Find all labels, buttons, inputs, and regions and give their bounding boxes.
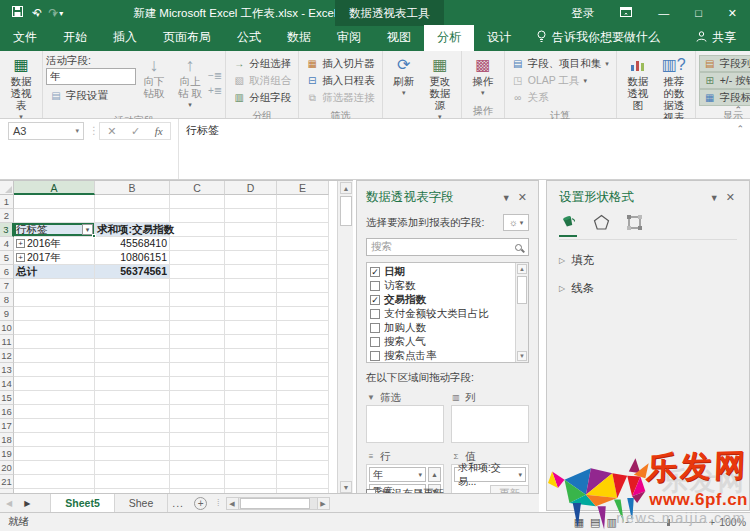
row-header-14[interactable]: 14	[0, 377, 14, 391]
filter-connections-button[interactable]: ⧉筛选器连接	[302, 89, 379, 106]
field-scroll-up-icon[interactable]: ▲	[517, 264, 527, 274]
fields-items-sets-button[interactable]: ▤字段、项目和集▾	[508, 55, 613, 72]
row-header-10[interactable]: 10	[0, 321, 14, 335]
effects-tab[interactable]	[593, 214, 610, 237]
cell-C19[interactable]	[170, 447, 225, 461]
cell-E20[interactable]	[277, 461, 329, 475]
cell-A12[interactable]	[14, 349, 95, 363]
cell-E21[interactable]	[277, 475, 329, 489]
field-checkbox[interactable]	[370, 323, 380, 333]
cell-A5[interactable]: +2017年	[14, 251, 95, 265]
change-data-source-button[interactable]: ▦ 更改 数据源▾	[422, 53, 458, 125]
name-box-dropdown-icon[interactable]: ▾	[75, 127, 79, 135]
insert-function-icon[interactable]: fx	[155, 125, 163, 137]
cell-D1[interactable]	[225, 195, 277, 209]
row-header-1[interactable]: 1	[0, 195, 14, 209]
insert-timeline-button[interactable]: ⊟插入日程表	[302, 72, 379, 89]
active-field-input[interactable]	[46, 68, 136, 85]
field-search-input[interactable]: 搜索	[366, 238, 529, 256]
row-header-20[interactable]: 20	[0, 461, 14, 475]
fill-handle[interactable]	[92, 234, 96, 238]
cell-B9[interactable]	[95, 307, 170, 321]
cell-B8[interactable]	[95, 293, 170, 307]
pivotchart-button[interactable]: 数据 透视图	[620, 53, 656, 125]
cell-D11[interactable]	[225, 335, 277, 349]
field-checkbox[interactable]	[370, 337, 380, 347]
cell-E9[interactable]	[277, 307, 329, 321]
cell-A19[interactable]	[14, 447, 95, 461]
ungroup-button[interactable]: ▧取消组合	[229, 72, 295, 89]
cell-A10[interactable]	[14, 321, 95, 335]
row-header-6[interactable]: 6	[0, 265, 14, 279]
sheet-tab-sheet5[interactable]: Sheet5	[50, 494, 114, 512]
cell-C20[interactable]	[170, 461, 225, 475]
column-header-D[interactable]: D	[225, 181, 277, 195]
relationships-button[interactable]: ∞关系	[508, 89, 613, 106]
cell-E16[interactable]	[277, 405, 329, 419]
collapse-field-icon[interactable]: +≣	[208, 85, 222, 96]
undo-icon[interactable]: ↶▾	[32, 6, 40, 20]
cell-B13[interactable]	[95, 363, 170, 377]
scroll-left-icon[interactable]: ◀	[226, 497, 239, 510]
tab-file[interactable]: 文件	[0, 25, 50, 51]
cell-C11[interactable]	[170, 335, 225, 349]
cell-C9[interactable]	[170, 307, 225, 321]
cell-A18[interactable]	[14, 433, 95, 447]
formula-bar-expand-icon[interactable]: ⌃	[736, 124, 744, 134]
new-sheet-icon[interactable]: +	[194, 497, 207, 510]
cell-A6[interactable]: 总计	[14, 265, 95, 279]
cell-D21[interactable]	[225, 475, 277, 489]
row-header-16[interactable]: 16	[0, 405, 14, 419]
tab-insert[interactable]: 插入	[100, 25, 150, 51]
cell-E3[interactable]	[277, 223, 329, 237]
cell-E17[interactable]	[277, 419, 329, 433]
scroll-down-icon[interactable]: ▼	[340, 481, 352, 493]
cell-E6[interactable]	[277, 265, 329, 279]
cell-D12[interactable]	[225, 349, 277, 363]
cell-B6[interactable]: 56374561	[95, 265, 170, 279]
row-header-19[interactable]: 19	[0, 447, 14, 461]
scroll-right-icon[interactable]: ▶	[317, 497, 330, 510]
expand-icon[interactable]: +	[16, 253, 25, 262]
cell-B2[interactable]	[95, 209, 170, 223]
value-field-sum[interactable]: 求和项:交易...▾	[454, 467, 526, 482]
cell-C15[interactable]	[170, 391, 225, 405]
cell-D7[interactable]	[225, 279, 277, 293]
column-header-B[interactable]: B	[95, 181, 170, 195]
cell-D13[interactable]	[225, 363, 277, 377]
cell-A21[interactable]	[14, 475, 95, 489]
cell-C10[interactable]	[170, 321, 225, 335]
field-item-3[interactable]: 支付金额较大类目占比	[370, 307, 514, 321]
cell-A16[interactable]	[14, 405, 95, 419]
save-icon[interactable]	[12, 6, 23, 20]
cell-D16[interactable]	[225, 405, 277, 419]
cell-B7[interactable]	[95, 279, 170, 293]
cell-D8[interactable]	[225, 293, 277, 307]
cell-A3[interactable]: 行标签▾	[14, 223, 95, 237]
cell-C16[interactable]	[170, 405, 225, 419]
cell-D14[interactable]	[225, 377, 277, 391]
cell-E1[interactable]	[277, 195, 329, 209]
vertical-scrollbar[interactable]: ▲ ▼	[337, 181, 353, 493]
cell-A7[interactable]	[14, 279, 95, 293]
drill-down-button[interactable]: ↓ 向下钻取	[136, 53, 172, 113]
name-box[interactable]: A3▾	[8, 122, 84, 140]
horizontal-scrollbar[interactable]: ◀ ▶	[226, 497, 330, 510]
ribbon-display-options-icon[interactable]	[607, 0, 645, 26]
page-break-view-icon[interactable]: ▥	[606, 516, 616, 529]
tab-formulas[interactable]: 公式	[224, 25, 274, 51]
cell-B4[interactable]: 45568410	[95, 237, 170, 251]
cell-B21[interactable]	[95, 475, 170, 489]
cell-C12[interactable]	[170, 349, 225, 363]
pane-close-icon[interactable]: ✕	[516, 191, 529, 204]
cell-B19[interactable]	[95, 447, 170, 461]
field-item-1[interactable]: 访客数	[370, 279, 514, 293]
customize-qat-icon[interactable]: ▾	[59, 9, 63, 18]
cell-D6[interactable]	[225, 265, 277, 279]
close-button[interactable]: ✕	[715, 7, 750, 20]
row-header-4[interactable]: 4	[0, 237, 14, 251]
tab-review[interactable]: 审阅	[324, 25, 374, 51]
group-field-button[interactable]: ▥分组字段	[229, 89, 295, 106]
cell-B15[interactable]	[95, 391, 170, 405]
tools-gear-button[interactable]: ☼▾	[503, 214, 529, 231]
